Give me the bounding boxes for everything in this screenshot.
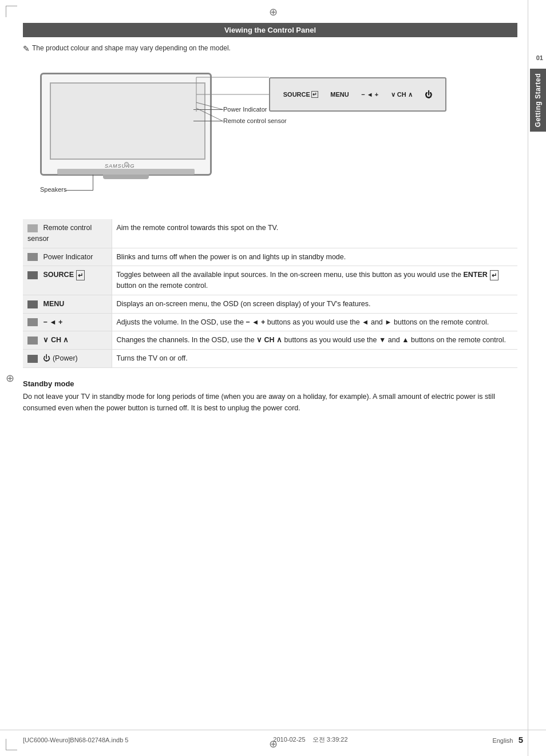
tv-diagram: SAMSUNG Speakers Power Indicator Remote … <box>23 61 517 210</box>
right-sidebar: 01 Getting Started <box>528 0 546 756</box>
control-panel-box: SOURCE ↵ MENU − ◄ + ∨ CH ∧ ⏻ <box>269 77 446 112</box>
note-text: ✎ The product colour and shape may vary … <box>23 44 517 53</box>
power-indicator-label: Power Indicator <box>223 106 267 113</box>
table-def-remote: Aim the remote control towards this spot… <box>112 219 517 248</box>
description-table: Remote control sensor Aim the remote con… <box>23 219 517 368</box>
remote-line <box>193 121 223 121</box>
table-row: − ◄ + Adjusts the volume. In the OSD, us… <box>23 313 517 331</box>
swatch-vol <box>27 318 38 326</box>
table-def-source: Toggles between all the available input … <box>112 266 517 295</box>
menu-button: MENU <box>330 91 349 98</box>
tv-base-bar <box>57 169 195 175</box>
footer-language: English <box>492 737 513 744</box>
compass-top-icon: ⊕ <box>269 6 278 18</box>
note-content: The product colour and shape may vary de… <box>32 44 231 52</box>
remote-sensor-label: Remote control sensor <box>223 117 287 124</box>
tv-illustration: SAMSUNG <box>40 73 217 187</box>
power-line <box>193 109 223 110</box>
table-term-pwr: ⏻ (Power) <box>23 350 112 368</box>
table-def-vol: Adjusts the volume. In the OSD, use the … <box>112 313 517 331</box>
section-title: Viewing the Control Panel <box>23 23 517 37</box>
table-def-menu: Displays an on-screen menu, the OSD (on … <box>112 295 517 313</box>
table-term-menu: MENU <box>23 295 112 313</box>
sidebar-number: 01 <box>536 54 543 61</box>
speaker-line-h <box>65 190 93 191</box>
table-def-ch: Changes the channels. In the OSD, use th… <box>112 331 517 350</box>
table-def-power: Blinks and turns off when the power is o… <box>112 248 517 266</box>
swatch-ch <box>27 337 38 345</box>
table-row: Remote control sensor Aim the remote con… <box>23 219 517 248</box>
tv-screen <box>50 82 205 160</box>
table-term-power: Power Indicator <box>23 248 112 266</box>
speaker-line-v <box>93 175 93 190</box>
table-term-ch: ∨ CH ∧ <box>23 331 112 350</box>
swatch-power <box>27 253 38 261</box>
table-term-remote: Remote control sensor <box>23 219 112 248</box>
page-footer: [UC6000-Weuro]BN68-02748A.indb 5 2010-02… <box>0 730 546 745</box>
tv-base-foot <box>103 175 149 179</box>
swatch-remote <box>27 224 38 232</box>
vol-button: − ◄ + <box>361 91 378 98</box>
footer-time: 오전 3:39:22 <box>312 736 348 743</box>
footer-date-time: 2010-02-25 오전 3:39:22 <box>273 735 347 744</box>
power-button-icon: ⏻ <box>425 90 432 99</box>
enter-icon-def: ↵ <box>490 270 498 281</box>
table-row: MENU Displays an on-screen menu, the OSD… <box>23 295 517 313</box>
swatch-pwr <box>27 355 38 363</box>
table-term-source: SOURCE ↵ <box>23 266 112 295</box>
table-row: Power Indicator Blinks and turns off whe… <box>23 248 517 266</box>
footer-lang-page: English 5 <box>492 735 523 745</box>
corner-mark-tl <box>6 6 17 17</box>
table-row: SOURCE ↵ Toggles between all the availab… <box>23 266 517 295</box>
compass-left-icon: ⊕ <box>6 372 14 385</box>
sidebar-label: Getting Started <box>534 73 542 127</box>
enter-icon: ↵ <box>76 270 85 281</box>
table-term-vol: − ◄ + <box>23 313 112 331</box>
tv-frame: SAMSUNG <box>40 73 212 176</box>
table-row: ∨ CH ∧ Changes the channels. In the OSD,… <box>23 331 517 350</box>
swatch-source <box>27 271 38 279</box>
note-icon: ✎ <box>23 44 30 53</box>
table-def-pwr: Turns the TV on or off. <box>112 350 517 368</box>
standby-text: Do not leave your TV in standby mode for… <box>23 391 517 414</box>
ch-button: ∨ CH ∧ <box>391 91 413 98</box>
sidebar-tab: Getting Started <box>530 69 546 132</box>
speaker-label: Speakers <box>40 186 66 193</box>
page-number: 5 <box>519 735 523 745</box>
tv-button-area <box>118 160 135 168</box>
table-row: ⏻ (Power) Turns the TV on or off. <box>23 350 517 368</box>
footer-file-info: [UC6000-Weuro]BN68-02748A.indb 5 <box>23 737 128 743</box>
standby-title: Standby mode <box>23 379 517 388</box>
footer-date: 2010-02-25 <box>273 736 305 743</box>
swatch-menu <box>27 300 38 308</box>
source-button: SOURCE ↵ <box>283 91 318 98</box>
tv-circle-button <box>124 162 129 167</box>
main-content: Viewing the Control Panel ✎ The product … <box>23 23 517 414</box>
